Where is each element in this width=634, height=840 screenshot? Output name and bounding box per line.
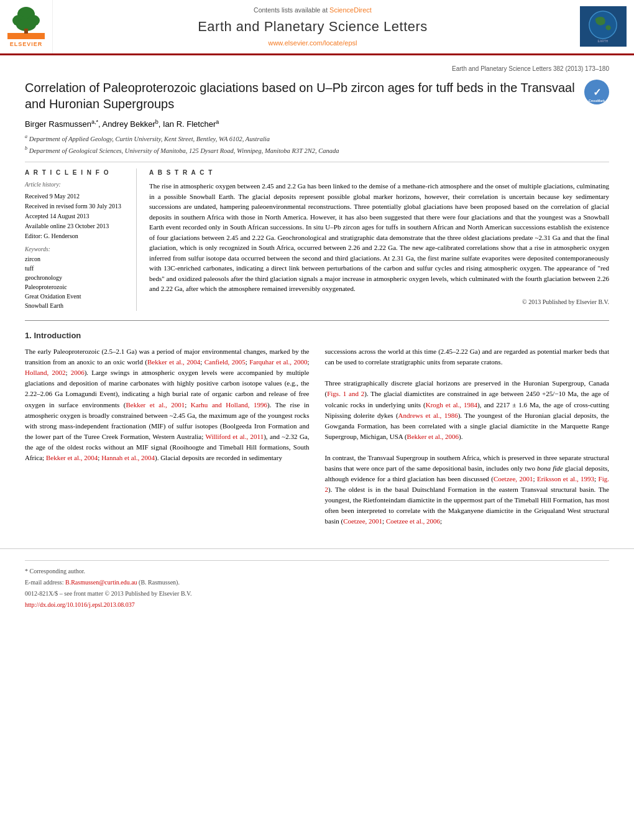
ref-eriksson[interactable]: Eriksson et al., 1993 — [537, 475, 594, 482]
sup-a2: a — [216, 119, 219, 125]
journal-url[interactable]: www.elsevier.com/locate/epsl — [268, 39, 357, 48]
svg-text:EARTH: EARTH — [598, 39, 609, 43]
crossmark-badge[interactable]: ✓ CrossMark — [584, 80, 609, 104]
sup-b: b — [155, 119, 158, 125]
accepted-date: Accepted 14 August 2013 — [25, 212, 129, 221]
contents-label: Contents lists available at — [254, 6, 328, 14]
revised-date: Received in revised form 30 July 2013 — [25, 202, 129, 211]
sup-a: a,* — [91, 119, 98, 125]
abstract-label: A B S T R A C T — [149, 168, 609, 177]
article-body: A R T I C L E I N F O Article history: R… — [25, 168, 609, 311]
footnote-email: E-mail address: B.Rasmussen@curtin.edu.a… — [25, 578, 609, 587]
ref-holland-2002[interactable]: Holland, 2002 — [25, 369, 65, 376]
svg-text:CrossMark: CrossMark — [589, 99, 605, 103]
history-label: Article history: — [25, 181, 129, 189]
ref-krogh[interactable]: Krogh et al., 1984 — [426, 401, 477, 408]
bona-fide-text: bona fide — [537, 464, 563, 472]
crossmark-icon: ✓ CrossMark — [586, 81, 608, 103]
received-date: Received 9 May 2012 — [25, 192, 129, 201]
footer-divider — [25, 560, 609, 561]
journal-header: ELSEVIER Contents lists available at Sci… — [0, 0, 634, 55]
issn-line: 0012-821X/$ – see front matter © 2013 Pu… — [25, 589, 609, 598]
introduction-body: The early Paleoproterozoic (2.5–2.1 Ga) … — [25, 346, 609, 527]
ref-bekker-2004[interactable]: Bekker et al., 2004 — [147, 358, 200, 366]
elsevier-logo-area: ELSEVIER — [0, 0, 53, 53]
earth-logo-area: EARTH — [572, 0, 634, 53]
article-title-section: Correlation of Paleoproterozoic glaciati… — [25, 80, 609, 112]
ref-karhu[interactable]: Karhu and Holland, 1996 — [191, 401, 267, 408]
ref-hannah[interactable]: Hannah et al., 2004 — [101, 454, 155, 461]
ref-holland-2006[interactable]: 2006 — [71, 369, 85, 376]
ref-coetzee-2001b[interactable]: Coetzee, 2001 — [343, 517, 382, 525]
section-number: 1. — [25, 331, 32, 340]
section-divider — [25, 320, 609, 321]
intro-right-text: successions across the world at this tim… — [325, 346, 610, 527]
ref-figs1[interactable]: Figs. 1 and 2 — [327, 390, 364, 397]
affiliation-b: b Department of Geological Sciences, Uni… — [25, 145, 609, 155]
ref-andrews[interactable]: Andrews et al., 1986 — [398, 412, 458, 419]
ref-bekker-2004b[interactable]: Bekker et al., 2004 — [46, 454, 98, 461]
section-title: Introduction — [34, 331, 81, 340]
ref-farquhar[interactable]: Farquhar et al., 2000 — [249, 358, 307, 366]
sciencedirect-link[interactable]: ScienceDirect — [329, 6, 372, 14]
intro-right-column: successions across the world at this tim… — [325, 346, 610, 527]
svg-text:✓: ✓ — [593, 87, 601, 98]
header-divider — [25, 162, 609, 162]
introduction-heading: 1. Introduction — [25, 330, 609, 341]
keyword-3: geochronology — [25, 274, 129, 282]
abstract-column: A B S T R A C T The rise in atmospheric … — [149, 168, 609, 311]
author-rasmussen: Birger Rasmussen — [25, 119, 91, 129]
keyword-5: Great Oxidation Event — [25, 292, 129, 301]
ref-bekker-2001[interactable]: Bekker et al., 2001 — [126, 401, 185, 408]
keywords-label: Keywords: — [25, 246, 129, 254]
ref-williford[interactable]: Williford et al., 2011 — [205, 433, 264, 440]
article-info-column: A R T I C L E I N F O Article history: R… — [25, 168, 137, 311]
keyword-4: Paleoproterozoic — [25, 283, 129, 292]
introduction-section: 1. Introduction The early Paleoproterozo… — [25, 330, 609, 527]
keyword-2: tuff — [25, 264, 129, 273]
author-fletcher: Ian R. Fletcher — [163, 119, 216, 129]
affiliation-a: a Department of Applied Geology, Curtin … — [25, 133, 609, 144]
keyword-6: Snowball Earth — [25, 302, 129, 310]
page-footer: * Corresponding author. E-mail address: … — [0, 548, 634, 617]
intro-left-column: The early Paleoproterozoic (2.5–2.1 Ga) … — [25, 346, 310, 527]
svg-rect-5 — [24, 29, 28, 34]
journal-citation: Earth and Planetary Science Letters 382 … — [25, 65, 609, 73]
ref-canfield[interactable]: Canfield, 2005 — [204, 358, 246, 366]
abstract-text: The rise in atmospheric oxygen between 2… — [149, 181, 609, 294]
affiliation-b-text: Department of Geological Sciences, Unive… — [29, 147, 339, 154]
svg-point-8 — [589, 11, 617, 39]
keyword-1: zircon — [25, 255, 129, 264]
elsevier-tree-icon — [7, 5, 45, 39]
author-bekker: Andrey Bekker — [102, 119, 155, 129]
journal-title-display: Earth and Planetary Science Letters — [198, 17, 428, 37]
main-content: Earth and Planetary Science Letters 382 … — [0, 55, 634, 536]
ref-coetzee-2001[interactable]: Coetzee, 2001 — [494, 475, 533, 482]
article-info-label: A R T I C L E I N F O — [25, 168, 129, 177]
online-date: Available online 23 October 2013 — [25, 222, 129, 231]
affiliation-a-text: Department of Applied Geology, Curtin Un… — [29, 136, 270, 142]
email-label: E-mail address: — [25, 579, 63, 586]
footnote-corresponding: * Corresponding author. — [25, 567, 609, 576]
email-address[interactable]: B.Rasmussen@curtin.edu.au — [65, 579, 137, 586]
intro-left-text: The early Paleoproterozoic (2.5–2.1 Ga) … — [25, 346, 310, 463]
elsevier-text: ELSEVIER — [10, 40, 43, 48]
ref-coetzee-2006[interactable]: Coetzee et al., 2006 — [386, 517, 440, 525]
doi-line[interactable]: http://dx.doi.org/10.1016/j.epsl.2013.08… — [25, 601, 609, 609]
article-title: Correlation of Paleoproterozoic glaciati… — [25, 80, 584, 112]
contents-text: Contents lists available at ScienceDirec… — [254, 6, 372, 15]
journal-header-center: Contents lists available at ScienceDirec… — [53, 0, 572, 53]
ref-bekker-2006[interactable]: Bekker et al., 2006 — [407, 433, 459, 440]
svg-rect-0 — [7, 33, 45, 39]
email-name: (B. Rasmussen). — [139, 579, 180, 586]
footnote-star: * Corresponding author. — [25, 568, 85, 575]
editor: Editor: G. Henderson — [25, 232, 129, 241]
abstract-copyright: © 2013 Published by Elsevier B.V. — [149, 298, 609, 307]
earth-journal-icon: EARTH — [580, 6, 627, 47]
authors-line: Birger Rasmussena,*, Andrey Bekkerb, Ian… — [25, 118, 609, 131]
